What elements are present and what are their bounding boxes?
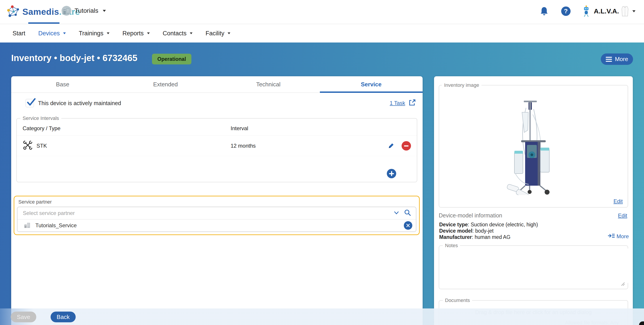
resize-grip-icon[interactable] (620, 281, 625, 287)
open-in-new-icon[interactable] (408, 99, 416, 107)
service-intervals-legend: Service Intervals (20, 115, 61, 121)
service-partner-box: Tutorials_Service (17, 207, 416, 232)
caret-down-icon (228, 32, 230, 34)
device-sidebar-card: Inventory image (434, 76, 633, 325)
nav-item-facility[interactable]: Facility (206, 30, 230, 37)
nav-item-contacts[interactable]: Contacts (163, 30, 193, 37)
model-info-header: Device-model information Edit (439, 212, 627, 219)
tasks-link-group: 1 Task (390, 99, 416, 107)
notifications-bell-icon[interactable] (540, 6, 549, 16)
caret-down-icon (103, 10, 106, 12)
tasks-link[interactable]: 1 Task (390, 100, 405, 106)
maintained-row: This device is actively maintained 1 Tas… (26, 97, 416, 109)
chevron-down-icon[interactable] (394, 211, 399, 216)
help-icon[interactable]: ? (561, 6, 570, 16)
appbar-active-indicator (28, 22, 60, 24)
caret-down-icon (63, 32, 66, 34)
interval-row: STK 12 months (17, 136, 417, 156)
user-menu-caret-icon[interactable] (632, 10, 636, 12)
tab-extended[interactable]: Extended (114, 76, 217, 92)
x-icon (406, 223, 410, 228)
clear-partner-button[interactable] (404, 221, 412, 230)
nav-item-trainings[interactable]: Trainings (79, 30, 110, 37)
labcoat-icon (621, 6, 629, 16)
maintained-label: This device is actively maintained (38, 100, 121, 106)
notes-legend: Notes (443, 243, 460, 249)
minus-icon (404, 145, 408, 146)
interval-category: STK (36, 143, 47, 149)
main-nav: Start Devices Trainings Reports Contacts… (0, 24, 644, 42)
edit-pencil-icon[interactable] (387, 142, 395, 150)
inventory-image-group: Inventory image (439, 82, 628, 208)
column-interval: Interval (230, 125, 417, 131)
user-name: A.L.V.A. (594, 7, 619, 15)
appbar-actions: ? A.L.V.A. (540, 5, 636, 17)
org-switcher[interactable]: Tutorials (62, 6, 106, 16)
caret-down-icon (147, 32, 150, 34)
device-detail-card: Base Extended Technical Service This dev… (11, 76, 422, 325)
service-partner-group: Service partner (14, 196, 420, 235)
maintained-checkbox[interactable] (26, 99, 34, 107)
arrow-list-icon (608, 233, 615, 240)
service-partner-input[interactable] (22, 210, 394, 217)
interval-value: 12 months (230, 143, 387, 149)
field-device-model: Device model: body-jet (439, 228, 538, 234)
robot-avatar-icon (582, 5, 590, 17)
service-partner-name: Tutorials_Service (35, 222, 77, 229)
model-info-edit-link[interactable]: Edit (618, 213, 627, 219)
caret-down-icon (190, 32, 192, 34)
add-interval-button[interactable] (387, 169, 396, 178)
service-partner-selected-item[interactable]: Tutorials_Service (18, 219, 416, 232)
detail-tabs: Base Extended Technical Service (11, 76, 422, 93)
documents-legend: Documents (443, 298, 472, 303)
intervals-header-row: Category / Type Interval (17, 121, 417, 136)
company-icon (23, 221, 31, 230)
model-info-more-link[interactable]: More (608, 233, 629, 240)
interval-actions (387, 141, 417, 151)
tab-base[interactable]: Base (11, 76, 114, 92)
inventory-image (506, 99, 560, 196)
service-partner-label: Service partner (18, 199, 419, 205)
screen: Samedis.care Tutorials (0, 0, 644, 325)
search-icon[interactable] (404, 209, 412, 217)
page-title: Inventory • body-jet • 6732465 (11, 53, 138, 63)
caret-down-icon (107, 32, 110, 34)
back-button[interactable]: Back (50, 312, 76, 322)
appbar: Samedis.care Tutorials (0, 0, 644, 24)
inventory-image-edit-link[interactable]: Edit (614, 198, 623, 204)
plus-icon (389, 171, 394, 176)
remove-interval-button[interactable] (402, 141, 411, 151)
field-manufacturer: Manufacturer: human med AG (439, 234, 538, 240)
service-partner-input-row (18, 207, 416, 219)
notes-textarea[interactable] (439, 249, 628, 283)
column-category: Category / Type (17, 125, 230, 131)
model-info-title: Device-model information (439, 212, 502, 219)
tab-service[interactable]: Service (320, 76, 423, 92)
field-device-type: Device type: Suction device (electric, h… (439, 222, 538, 228)
tab-technical[interactable]: Technical (217, 76, 320, 92)
inventory-image-legend: Inventory image (442, 82, 482, 88)
org-name: Tutorials (74, 7, 98, 14)
nav-item-start[interactable]: Start (12, 30, 25, 37)
status-badge: Operational (152, 54, 192, 64)
notes-group: Notes (439, 243, 628, 289)
menu-icon (606, 57, 612, 62)
org-avatar (62, 6, 72, 16)
action-footer: Save Back (0, 309, 644, 325)
service-intervals-group: Service Intervals Category / Type Interv… (16, 115, 417, 182)
logo-network-icon (7, 5, 20, 19)
model-info-fields: Device type: Suction device (electric, h… (439, 222, 538, 241)
more-button[interactable]: More (601, 53, 633, 65)
save-button[interactable]: Save (11, 312, 36, 322)
nav-item-devices[interactable]: Devices (38, 30, 66, 37)
wrenches-icon (22, 140, 33, 152)
check-icon (26, 97, 36, 107)
nav-item-reports[interactable]: Reports (122, 30, 150, 37)
